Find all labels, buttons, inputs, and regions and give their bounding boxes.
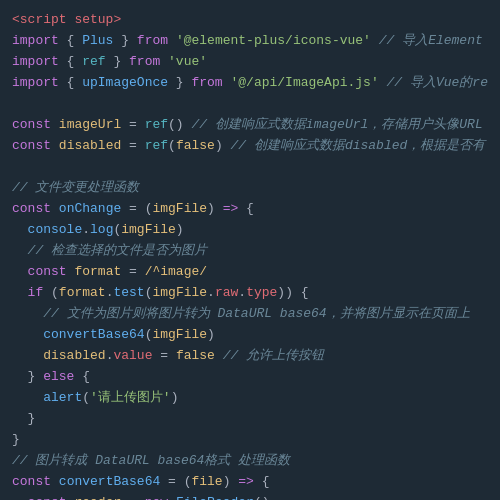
token-kw-import: import (12, 31, 59, 52)
code-line: const reader = new FileReader() (0, 493, 500, 500)
token-comment: // 检查选择的文件是否为图片 (28, 241, 207, 262)
token-str: '请上传图片' (90, 388, 171, 409)
token-bright-kw: ref (145, 136, 168, 157)
code-line: // 检查选择的文件是否为图片 (0, 241, 500, 262)
token-str: '@element-plus/icons-vue' (176, 31, 371, 52)
token-fn-call: convertBase64 (43, 325, 144, 346)
code-line: const disabled = ref(false) // 创建响应式数据di… (0, 136, 500, 157)
token-plain: = ( (121, 199, 152, 220)
code-line: convertBase64(imgFile) (0, 325, 500, 346)
code-line: disabled.value = false // 允许上传按钮 (0, 346, 500, 367)
token-fn-name: upImageOnce (82, 73, 168, 94)
token-plain: = ( (160, 472, 191, 493)
token-plain (371, 31, 379, 52)
code-line: const onChange = (imgFile) => { (0, 199, 500, 220)
code-line: const format = /^image/ (0, 262, 500, 283)
code-line: } (0, 409, 500, 430)
token-plain: { (59, 52, 82, 73)
token-str: 'vue' (168, 52, 207, 73)
code-line: const convertBase64 = (file) => { (0, 472, 500, 493)
token-fn-name: convertBase64 (59, 472, 160, 493)
code-line: // 文件为图片则将图片转为 DataURL base64，并将图片显示在页面上 (0, 304, 500, 325)
token-var-name: imgFile (152, 325, 207, 346)
token-plain: ) (176, 220, 184, 241)
token-kw-import: import (12, 52, 59, 73)
token-fn-name: onChange (59, 199, 121, 220)
token-plain: ) (171, 388, 179, 409)
token-plain: } (113, 31, 136, 52)
code-line: // 文件变更处理函数 (0, 178, 500, 199)
token-fn-name: Plus (82, 31, 113, 52)
token-comment: // 导入Element (379, 31, 483, 52)
token-var-name: imageUrl (59, 115, 121, 136)
token-plain (215, 346, 223, 367)
token-plain (12, 388, 43, 409)
token-kw-import: import (12, 73, 59, 94)
token-var-name: imgFile (152, 199, 207, 220)
token-comment: // 图片转成 DataURL base64格式 处理函数 (12, 451, 290, 472)
token-plain: . (207, 283, 215, 304)
code-line: } (0, 430, 500, 451)
token-fn-call: console (28, 220, 83, 241)
token-kw-const: const (12, 199, 51, 220)
token-plain (12, 493, 28, 500)
token-kw-const: const (28, 493, 67, 500)
code-line: alert('请上传图片') (0, 388, 500, 409)
token-kw-const: const (28, 262, 67, 283)
token-plain: } (12, 430, 20, 451)
code-line: const imageUrl = ref() // 创建响应式数据imageUr… (0, 115, 500, 136)
code-line: import { upImageOnce } from '@/api/Image… (0, 73, 500, 94)
code-editor: <script setup>import { Plus } from '@ele… (0, 0, 500, 500)
token-plain (168, 31, 176, 52)
token-regex: /^image/ (145, 262, 207, 283)
token-plain: = (121, 136, 144, 157)
token-plain (51, 136, 59, 157)
token-plain: ( (145, 283, 153, 304)
token-kw-from: from (137, 31, 168, 52)
token-plain: . (106, 346, 114, 367)
token-plain: } (168, 73, 191, 94)
token-plain (12, 325, 43, 346)
token-plain (51, 199, 59, 220)
code-line: import { ref } from 'vue' (0, 52, 500, 73)
token-plain: . (238, 283, 246, 304)
token-plain: ) (207, 199, 223, 220)
code-line (0, 157, 500, 178)
token-kw-false: false (176, 346, 215, 367)
token-var-name: disabled (43, 346, 105, 367)
token-plain: () (168, 115, 191, 136)
token-kw-from: from (129, 52, 160, 73)
token-var-name: disabled (59, 136, 121, 157)
token-plain (12, 346, 43, 367)
token-plain (67, 493, 75, 500)
token-arrow: => (223, 199, 239, 220)
token-comment: // 创建响应式数据disabled，根据是否有 (231, 136, 486, 157)
token-plain: { (238, 199, 254, 220)
token-plain: )) { (277, 283, 308, 304)
token-kw-false: false (176, 136, 215, 157)
token-plain: = (152, 346, 175, 367)
token-kw-const: const (12, 472, 51, 493)
code-line: if (format.test(imgFile.raw.type)) { (0, 283, 500, 304)
token-plain (12, 304, 43, 325)
token-kw-const: const (12, 115, 51, 136)
code-line: // 图片转成 DataURL base64格式 处理函数 (0, 451, 500, 472)
token-plain (160, 52, 168, 73)
token-comment: // 文件变更处理函数 (12, 178, 139, 199)
token-plain: { (74, 367, 90, 388)
token-plain (12, 283, 28, 304)
token-kw-const: const (12, 136, 51, 157)
token-plain: } (12, 409, 35, 430)
token-plain: ( (168, 136, 176, 157)
token-method: log (90, 220, 113, 241)
token-plain: = (121, 115, 144, 136)
token-plain: . (106, 283, 114, 304)
token-comment: // 创建响应式数据imageUrl，存储用户头像URL (191, 115, 482, 136)
token-plain (223, 73, 231, 94)
token-plain (12, 220, 28, 241)
token-fn-call: alert (43, 388, 82, 409)
token-plain: ( (145, 325, 153, 346)
token-kw-if: if (28, 283, 44, 304)
token-kw-else: else (43, 367, 74, 388)
token-prop: value (113, 346, 152, 367)
